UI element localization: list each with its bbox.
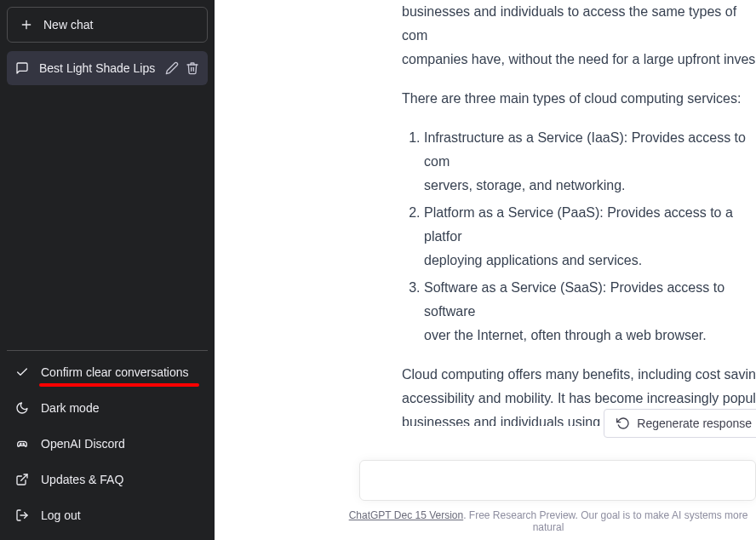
message-input-container[interactable]: [359, 460, 756, 501]
main-area: businesses and individuals to access the…: [215, 0, 756, 540]
chat-icon: [15, 61, 29, 75]
disclaimer-text: . Free Research Preview. Our goal is to …: [463, 509, 747, 533]
svg-line-4: [21, 474, 27, 480]
conversation-title: Best Light Shade Lipstic: [39, 61, 155, 75]
external-link-icon: [15, 473, 29, 486]
sidebar-footer: Confirm clear conversations Dark mode Op…: [7, 350, 208, 533]
version-link[interactable]: ChatGPT Dec 15 Version: [349, 509, 464, 521]
body-text: companies have, without the need for a l…: [402, 52, 755, 66]
discord-icon: [15, 437, 29, 451]
list-item: Software as a Service (SaaS): Provides a…: [424, 276, 756, 348]
discord-label: OpenAI Discord: [41, 437, 125, 451]
plus-icon: [20, 18, 33, 32]
trash-icon[interactable]: [186, 61, 199, 75]
updates-faq-link[interactable]: Updates & FAQ: [7, 462, 208, 497]
logout-label: Log out: [41, 508, 81, 522]
dark-mode-button[interactable]: Dark mode: [7, 390, 208, 426]
check-icon: [15, 365, 29, 379]
list-item: Infrastructure as a Service (IaaS): Prov…: [424, 126, 756, 198]
regenerate-button[interactable]: Regenerate response: [604, 409, 756, 438]
moon-icon: [15, 401, 29, 415]
body-text: businesses and individuals to access the…: [402, 4, 736, 43]
new-chat-button[interactable]: New chat: [7, 7, 208, 43]
discord-link[interactable]: OpenAI Discord: [7, 426, 208, 462]
bottom-bar: Regenerate response ChatGPT Dec 15 Versi…: [215, 426, 756, 540]
updates-label: Updates & FAQ: [41, 473, 123, 486]
list-item: Platform as a Service (PaaS): Provides a…: [424, 201, 756, 273]
conversation-item[interactable]: Best Light Shade Lipstic: [7, 51, 208, 85]
message-input[interactable]: [372, 473, 743, 488]
regenerate-label: Regenerate response: [637, 416, 752, 430]
logout-button[interactable]: Log out: [7, 497, 208, 533]
logout-icon: [15, 508, 29, 522]
disclaimer: ChatGPT Dec 15 Version. Free Research Pr…: [215, 509, 756, 533]
refresh-icon: [616, 416, 630, 430]
ordered-list: Infrastructure as a Service (IaaS): Prov…: [402, 126, 756, 348]
new-chat-label: New chat: [43, 18, 93, 32]
dark-mode-label: Dark mode: [41, 401, 99, 415]
svg-point-2: [20, 444, 21, 445]
body-text: There are three main types of cloud comp…: [402, 87, 756, 111]
sidebar: New chat Best Light Shade Lipstic Confir…: [0, 0, 215, 540]
body-text: Cloud computing offers many benefits, in…: [402, 367, 756, 382]
svg-point-3: [23, 444, 24, 445]
body-text: accessibility and mobility. It has becom…: [402, 391, 756, 405]
edit-icon[interactable]: [165, 61, 179, 75]
confirm-clear-label: Confirm clear conversations: [41, 365, 189, 379]
red-underline-annotation: [39, 383, 199, 387]
